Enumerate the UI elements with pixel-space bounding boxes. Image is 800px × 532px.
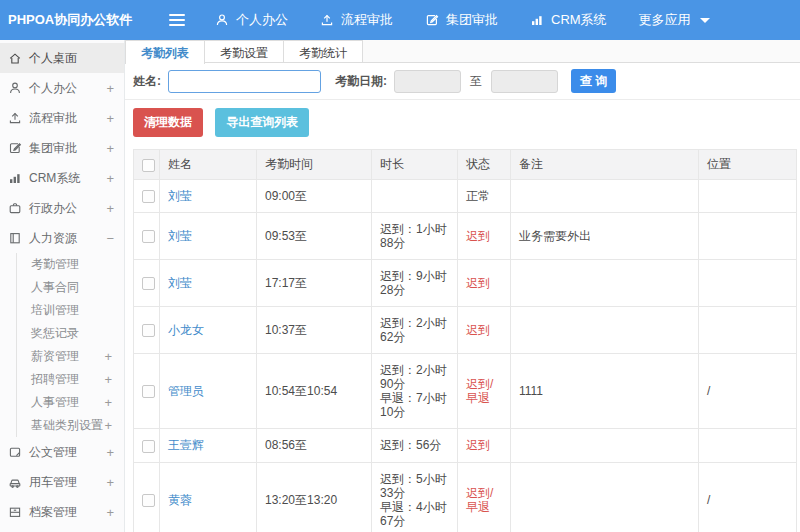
nav-item-more-apps[interactable]: 更多应用 xyxy=(639,11,710,29)
name-label: 姓名: xyxy=(133,73,161,90)
attendance-time: 17:17至 xyxy=(257,260,372,307)
attendance-time: 10:37至 xyxy=(257,307,372,354)
nav-item-crm[interactable]: CRM系统 xyxy=(530,11,607,29)
table-row: 管理员 10:54至10:54 迟到：2小时90分 早退：7小时10分 迟到/早… xyxy=(134,354,797,429)
sidebar-item-hr[interactable]: 人力资源 − xyxy=(0,223,124,253)
date-from-input[interactable] xyxy=(394,70,461,93)
header-location: 位置 xyxy=(699,150,797,180)
home-icon xyxy=(8,51,22,65)
attendance-time: 13:20至13:20 xyxy=(257,462,372,532)
late-duration: 迟到：5小时33分 xyxy=(380,472,449,500)
late-duration: 迟到：2小时90分 xyxy=(380,363,449,391)
sidebar-subitem-reward-punish[interactable]: 奖惩记录 xyxy=(17,322,124,345)
hamburger-menu-icon[interactable] xyxy=(169,14,185,26)
bar-chart-icon xyxy=(8,171,22,185)
archive-icon xyxy=(8,505,22,519)
caret-down-icon xyxy=(700,18,710,23)
clean-data-button[interactable]: 清理数据 xyxy=(133,108,203,137)
remark-text xyxy=(511,260,699,307)
tab-bar: 考勤列表 考勤设置 考勤统计 xyxy=(125,40,800,63)
status-text: 迟到/早退 xyxy=(458,462,511,532)
user-icon xyxy=(215,13,229,27)
employee-name-link[interactable]: 王壹辉 xyxy=(168,438,204,452)
sidebar-item-project[interactable]: 项目管理 + xyxy=(0,527,124,532)
edit-icon xyxy=(425,13,439,27)
sidebar-item-personal-office[interactable]: 个人办公 + xyxy=(0,73,124,103)
date-to-label: 至 xyxy=(470,73,482,90)
location-text: / xyxy=(699,354,797,429)
late-duration: 迟到：9小时28分 xyxy=(380,269,449,297)
sidebar-item-document[interactable]: 公文管理 + xyxy=(0,437,124,467)
duration-cell: 迟到：2小时90分 早退：7小时10分 xyxy=(372,354,458,429)
employee-name-link[interactable]: 刘莹 xyxy=(168,229,192,243)
sidebar-item-process-approval[interactable]: 流程审批 + xyxy=(0,103,124,133)
header-remark: 备注 xyxy=(511,150,699,180)
sidebar-subitem-base-category[interactable]: 基础类别设置 + xyxy=(17,414,124,437)
table-row: 黄蓉 13:20至13:20 迟到：5小时33分 早退：4小时67分 迟到/早退… xyxy=(134,462,797,532)
status-text: 迟到 xyxy=(458,307,511,354)
sidebar-item-group-approval[interactable]: 集团审批 + xyxy=(0,133,124,163)
sidebar-subitem-personnel[interactable]: 人事管理 + xyxy=(17,391,124,414)
header-duration: 时长 xyxy=(372,150,458,180)
date-to-input[interactable] xyxy=(491,70,558,93)
header-status: 状态 xyxy=(458,150,511,180)
nav-item-group-approval[interactable]: 集团审批 xyxy=(425,11,498,29)
status-text: 迟到/早退 xyxy=(458,354,511,429)
employee-name-link[interactable]: 黄蓉 xyxy=(168,493,192,507)
tab-attendance-list[interactable]: 考勤列表 xyxy=(125,40,205,64)
row-checkbox[interactable] xyxy=(142,324,155,337)
top-navbar: PHPOA协同办公软件 个人办公 流程审批 集团审批 CRM系统 更多应用 xyxy=(0,0,800,40)
employee-name-link[interactable]: 管理员 xyxy=(168,384,204,398)
early-duration: 早退：7小时10分 xyxy=(380,391,449,419)
row-checkbox[interactable] xyxy=(142,277,155,290)
status-text: 正常 xyxy=(458,180,511,213)
attendance-time: 08:56至 xyxy=(257,429,372,462)
search-button[interactable]: 查 询 xyxy=(571,69,616,93)
hr-submenu: 考勤管理 人事合同 培训管理 奖惩记录 薪资管理 + 招聘管理 + 人事管理 +… xyxy=(16,253,124,437)
table-row: 王壹辉 08:56至 迟到：56分 迟到 xyxy=(134,429,797,462)
row-checkbox[interactable] xyxy=(142,494,155,507)
remark-text xyxy=(511,429,699,462)
book-icon xyxy=(8,231,22,245)
upload-share-icon xyxy=(320,13,334,27)
sidebar-item-vehicle[interactable]: 用车管理 + xyxy=(0,467,124,497)
nav-item-personal-office[interactable]: 个人办公 xyxy=(215,11,288,29)
sidebar-subitem-training[interactable]: 培训管理 xyxy=(17,299,124,322)
employee-name-link[interactable]: 小龙女 xyxy=(168,323,204,337)
navbar-menu: 个人办公 流程审批 集团审批 CRM系统 更多应用 xyxy=(215,11,710,29)
table-row: 小龙女 10:37至 迟到：2小时62分 迟到 xyxy=(134,307,797,354)
sidebar-item-archive[interactable]: 档案管理 + xyxy=(0,497,124,527)
sidebar-subitem-recruit[interactable]: 招聘管理 + xyxy=(17,368,124,391)
duration-cell: 迟到：5小时33分 早退：4小时67分 xyxy=(372,462,458,532)
row-checkbox[interactable] xyxy=(142,230,155,243)
sidebar: 个人桌面 个人办公 + 流程审批 + 集团审批 + CRM系统 + 行政办公 +… xyxy=(0,40,125,532)
upload-share-icon xyxy=(8,111,22,125)
row-checkbox[interactable] xyxy=(142,190,155,203)
sidebar-subitem-salary[interactable]: 薪资管理 + xyxy=(17,345,124,368)
location-text xyxy=(699,213,797,260)
early-duration: 早退：4小时67分 xyxy=(380,500,449,528)
sidebar-item-crm[interactable]: CRM系统 + xyxy=(0,163,124,193)
select-all-checkbox[interactable] xyxy=(142,159,155,172)
sidebar-item-admin-office[interactable]: 行政办公 + xyxy=(0,193,124,223)
remark-text: 1111 xyxy=(511,354,699,429)
sidebar-subitem-attendance[interactable]: 考勤管理 xyxy=(17,253,124,276)
row-checkbox[interactable] xyxy=(142,385,155,398)
attendance-time: 10:54至10:54 xyxy=(257,354,372,429)
tab-attendance-stats[interactable]: 考勤统计 xyxy=(284,40,363,62)
sidebar-item-desktop[interactable]: 个人桌面 xyxy=(0,43,124,73)
employee-name-link[interactable]: 刘莹 xyxy=(168,189,192,203)
employee-name-link[interactable]: 刘莹 xyxy=(168,276,192,290)
table-row: 刘莹 09:53至 迟到：1小时88分 迟到 业务需要外出 xyxy=(134,213,797,260)
remark-text xyxy=(511,462,699,532)
row-checkbox[interactable] xyxy=(142,440,155,453)
export-list-button[interactable]: 导出查询列表 xyxy=(215,108,309,137)
app-logo: PHPOA协同办公软件 xyxy=(0,11,125,29)
edit-icon xyxy=(8,141,22,155)
name-input[interactable] xyxy=(168,70,321,93)
nav-item-process-approval[interactable]: 流程审批 xyxy=(320,11,393,29)
document-icon xyxy=(8,445,22,459)
sidebar-subitem-hr-contract[interactable]: 人事合同 xyxy=(17,276,124,299)
attendance-time: 09:00至 xyxy=(257,180,372,213)
tab-attendance-settings[interactable]: 考勤设置 xyxy=(205,40,284,62)
